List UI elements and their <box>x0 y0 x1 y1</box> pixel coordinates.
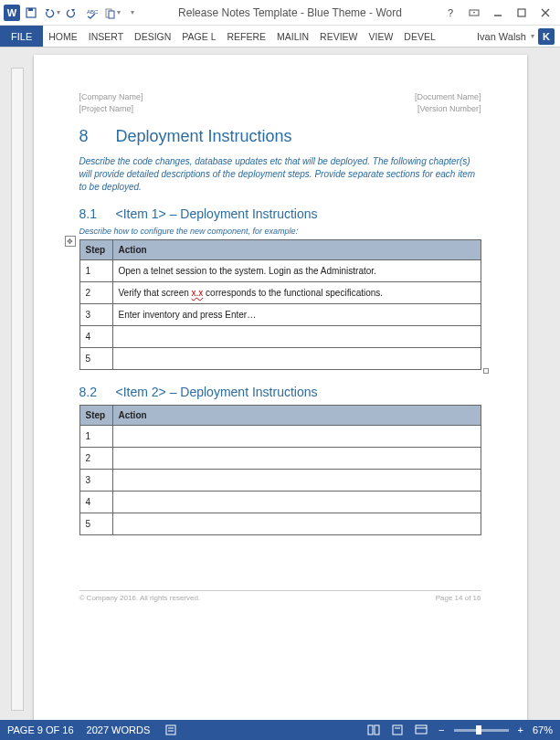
cell-step: 2 <box>79 448 112 470</box>
table-row: 4 <box>79 326 481 348</box>
heading-8-1: 8.1<Item 1> – Deployment Instructions <box>79 206 481 221</box>
table-row: 1 <box>79 426 481 448</box>
cell-step: 1 <box>79 426 112 448</box>
svg-rect-14 <box>375 725 379 735</box>
table-row: 2Verify that screen x.x corresponds to t… <box>79 282 481 304</box>
table-move-handle[interactable]: ✥ <box>65 236 76 247</box>
header-company: [Company Name] <box>79 91 143 103</box>
cell-step: 5 <box>79 513 112 535</box>
tab-home[interactable]: HOME <box>43 26 83 47</box>
svg-rect-4 <box>109 11 114 18</box>
cell-action <box>112 513 481 535</box>
web-layout-button[interactable] <box>413 723 429 737</box>
word-app-icon: W <box>4 5 20 21</box>
minimize-button[interactable] <box>487 4 509 22</box>
maximize-button[interactable] <box>511 4 533 22</box>
heading-8-1-text: <Item 1> – Deployment Instructions <box>116 206 318 221</box>
cell-action <box>112 348 481 370</box>
status-bar: PAGE 9 OF 16 2027 WORDS − + 67% <box>0 720 560 740</box>
status-page[interactable]: PAGE 9 OF 16 <box>7 724 74 735</box>
cell-step: 4 <box>79 326 112 348</box>
heading-8-2-text: <Item 2> – Deployment Instructions <box>116 385 318 399</box>
svg-rect-1 <box>28 8 33 11</box>
window-title: Release Notes Template - Blue Theme - Wo… <box>141 6 439 19</box>
table-row: 3 <box>79 470 481 492</box>
svg-rect-15 <box>393 725 402 735</box>
status-words[interactable]: 2027 WORDS <box>87 724 151 735</box>
qat-customize-button[interactable]: ▾ <box>122 4 141 22</box>
tab-view[interactable]: VIEW <box>364 26 399 47</box>
th-action: Action <box>112 406 481 426</box>
table-row: 2 <box>79 448 481 470</box>
heading-1: 8Deployment Instructions <box>79 127 481 146</box>
ribbon-tabs: FILE HOME INSERT DESIGN PAGE L REFERE MA… <box>0 26 560 48</box>
file-tab[interactable]: FILE <box>0 26 43 47</box>
undo-button[interactable]: ▾ <box>42 4 60 22</box>
zoom-in-button[interactable]: + <box>516 724 525 735</box>
tab-review[interactable]: REVIEW <box>314 26 363 47</box>
table-row: 1Open a telnet session to the system. Lo… <box>79 260 481 282</box>
titlebar: W ▾ ABC ▾ ▾ Release Notes Template - Blu… <box>0 0 560 26</box>
footer-copyright: © Company 2016. All rights reserved. <box>79 594 201 602</box>
header-docname: [Document Name] <box>415 91 481 103</box>
svg-rect-13 <box>368 725 373 735</box>
cell-step: 3 <box>79 470 112 492</box>
zoom-out-button[interactable]: − <box>437 724 446 735</box>
heading-1-text: Deployment Instructions <box>116 127 292 145</box>
print-layout-button[interactable] <box>389 723 406 737</box>
table-header-row: Step Action <box>79 406 481 426</box>
cell-action <box>112 326 481 348</box>
th-step: Step <box>79 240 112 260</box>
svg-rect-17 <box>416 725 427 734</box>
user-avatar[interactable]: K <box>538 28 555 45</box>
zoom-slider-thumb[interactable] <box>476 725 481 735</box>
tab-page-layout[interactable]: PAGE L <box>176 26 221 47</box>
spellcheck-button[interactable]: ABC <box>82 4 100 22</box>
cell-step: 3 <box>79 304 112 326</box>
ribbon-options-button[interactable] <box>463 4 485 22</box>
tab-insert[interactable]: INSERT <box>83 26 129 47</box>
close-button[interactable] <box>534 4 556 22</box>
table-row: 5 <box>79 348 481 370</box>
document-page[interactable]: [Company Name] [Project Name] [Document … <box>34 55 527 720</box>
cell-action <box>112 470 481 492</box>
cell-step: 2 <box>79 282 112 304</box>
th-action: Action <box>112 240 481 260</box>
document-workspace: [Company Name] [Project Name] [Document … <box>0 48 560 720</box>
help-button[interactable]: ? <box>439 4 461 22</box>
page-header: [Company Name] [Project Name] [Document … <box>79 91 481 114</box>
table-row: 3Enter inventory and press Enter… <box>79 304 481 326</box>
svg-rect-10 <box>166 725 175 735</box>
header-version: [Version Number] <box>415 103 481 115</box>
svg-text:ABC: ABC <box>87 9 98 15</box>
tab-references[interactable]: REFERE <box>221 26 271 47</box>
table-header-row: Step Action <box>79 240 481 260</box>
tab-developer[interactable]: DEVEL <box>398 26 440 47</box>
tab-mailings[interactable]: MAILIN <box>271 26 314 47</box>
cell-action: Open a telnet session to the system. Log… <box>112 260 481 282</box>
header-project: [Project Name] <box>79 103 143 115</box>
redo-button[interactable] <box>62 4 80 22</box>
cell-step: 5 <box>79 348 112 370</box>
table-resize-handle[interactable] <box>483 368 489 374</box>
heading-8-1-number: 8.1 <box>79 206 116 221</box>
section-intro: Describe the code changes, database upda… <box>79 155 481 194</box>
cell-step: 1 <box>79 260 112 282</box>
table-row: 4 <box>79 492 481 513</box>
vertical-ruler[interactable] <box>11 68 24 711</box>
proofing-icon[interactable] <box>163 723 179 737</box>
zoom-level[interactable]: 67% <box>533 724 553 735</box>
quick-access-toolbar: W ▾ ABC ▾ ▾ <box>4 4 141 22</box>
paste-button[interactable]: ▾ <box>102 4 121 22</box>
user-name[interactable]: Ivan Walsh <box>477 31 526 42</box>
tab-design[interactable]: DESIGN <box>129 26 176 47</box>
cell-action <box>112 492 481 513</box>
read-mode-button[interactable] <box>365 723 382 737</box>
save-button[interactable] <box>22 4 40 22</box>
cell-step: 4 <box>79 492 112 513</box>
window-controls: ? <box>439 4 556 22</box>
table-item-1: Step Action 1Open a telnet session to th… <box>79 239 481 370</box>
table-row: 5 <box>79 513 481 535</box>
zoom-slider[interactable] <box>454 729 509 732</box>
cell-action <box>112 426 481 448</box>
